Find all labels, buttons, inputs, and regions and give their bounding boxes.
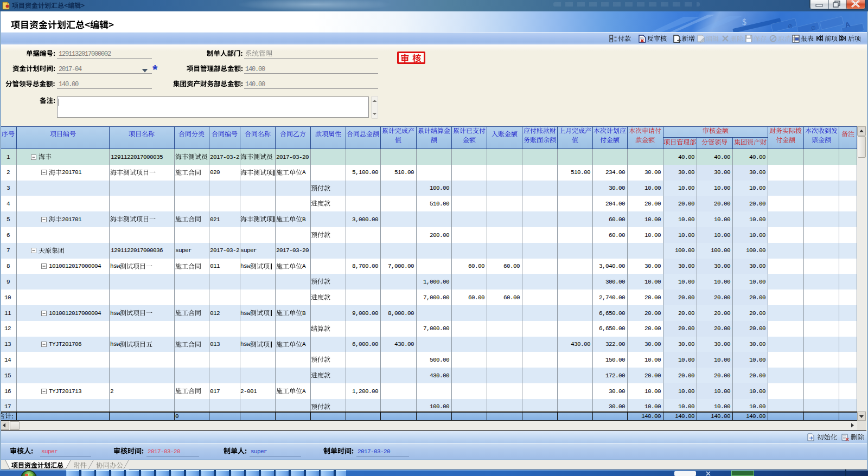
svg-text:$: $ (742, 17, 746, 27)
svg-text:A: A (844, 20, 851, 29)
